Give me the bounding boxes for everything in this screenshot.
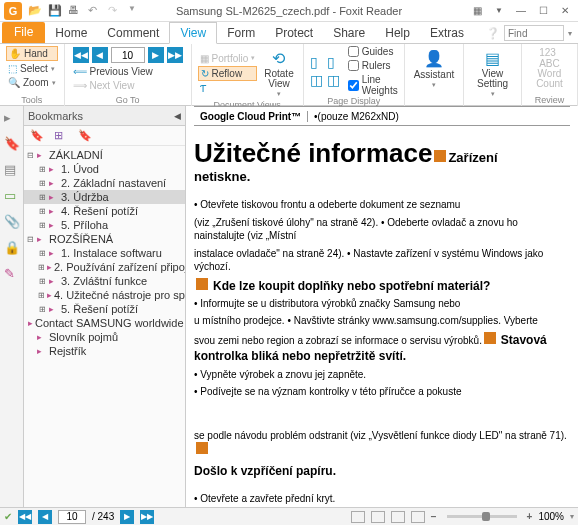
zoom-out-icon[interactable]: −	[431, 511, 437, 522]
rail-toggle-icon[interactable]: ▸	[4, 110, 20, 126]
zoom-dropdown-icon[interactable]: ▾	[570, 512, 574, 521]
rail-signature-icon[interactable]: ✎	[4, 266, 20, 282]
zoom-tool[interactable]: 🔍Zoom▾	[6, 76, 58, 89]
qat-open-icon[interactable]: 📂	[28, 4, 42, 18]
bookmark-item[interactable]: ▸Rejstřík	[24, 344, 185, 358]
tree-twisty-icon[interactable]: ⊞	[38, 291, 45, 300]
rail-bookmarks-icon[interactable]: 🔖	[4, 136, 20, 152]
qat-dropdown-icon[interactable]: ▼	[128, 4, 142, 18]
rail-comments-icon[interactable]: ▭	[4, 188, 20, 204]
prev-page-icon[interactable]: ◀	[92, 47, 108, 63]
tree-twisty-icon[interactable]: ⊞	[38, 165, 47, 174]
rail-attach-icon[interactable]: 📎	[4, 214, 20, 230]
view-mode-3-icon[interactable]	[391, 511, 405, 523]
tree-twisty-icon[interactable]: ⊞	[38, 179, 47, 188]
rail-pages-icon[interactable]: ▤	[4, 162, 20, 178]
bookmark-item[interactable]: ▸Slovník pojmů	[24, 330, 185, 344]
tab-protect[interactable]: Protect	[265, 23, 323, 43]
qat-save-icon[interactable]: 💾	[48, 4, 62, 18]
bookmark-item[interactable]: ⊞▸5. Příloha	[24, 218, 185, 232]
bookmark-item[interactable]: ⊞▸1. Úvod	[24, 162, 185, 176]
minimize-icon[interactable]: —	[512, 4, 530, 18]
tree-twisty-icon[interactable]: ⊞	[38, 221, 47, 230]
ribbon-opts-icon[interactable]: ▦	[468, 4, 486, 18]
tab-view[interactable]: View	[169, 22, 217, 44]
status-first-icon[interactable]: ◀◀	[18, 510, 32, 524]
rotate-view-btn[interactable]: ⟲Rotate View▾	[261, 46, 296, 100]
tree-twisty-icon[interactable]: ⊞	[38, 277, 47, 286]
status-trust-icon[interactable]: ✔	[4, 511, 12, 522]
close-icon[interactable]: ✕	[556, 4, 574, 18]
bookmark-item[interactable]: ⊞▸2. Základní nastavení	[24, 176, 185, 190]
reflow-btn[interactable]: ↻Reflow	[198, 66, 258, 81]
guides-check[interactable]: Guides	[348, 46, 398, 57]
tab-extras[interactable]: Extras	[420, 23, 474, 43]
zoom-in-icon[interactable]: +	[527, 511, 533, 522]
view-mode-2-icon[interactable]	[371, 511, 385, 523]
bookmark-item[interactable]: ⊟▸ROZŠÍŘENÁ	[24, 232, 185, 246]
portfolio-btn[interactable]: ▦Portfolio▾	[198, 52, 258, 65]
status-next-icon[interactable]: ▶	[120, 510, 134, 524]
bookmark-item[interactable]: ⊞▸4. Řešení potíží	[24, 204, 185, 218]
assistant-btn[interactable]: 👤Assistant▾	[411, 46, 458, 91]
qat-redo-icon[interactable]: ↷	[108, 4, 122, 18]
tab-form[interactable]: Form	[217, 23, 265, 43]
lineweights-check[interactable]: Line Weights	[348, 74, 398, 96]
find-input[interactable]	[504, 25, 564, 41]
bookmark-item[interactable]: ⊞▸3. Zvláštní funkce	[24, 274, 185, 288]
tab-file[interactable]: File	[2, 22, 45, 43]
bookmark-item[interactable]: ⊞▸3. Údržba	[24, 190, 185, 204]
bm-expand-icon[interactable]: ⊞	[54, 129, 68, 143]
bookmark-item[interactable]: ⊟▸ZÁKLADNÍ	[24, 148, 185, 162]
status-page-input[interactable]	[58, 510, 86, 524]
status-last-icon[interactable]: ▶▶	[140, 510, 154, 524]
word-count-btn[interactable]: 123ABCWord Count	[528, 46, 571, 91]
last-page-icon[interactable]: ▶▶	[167, 47, 183, 63]
tree-twisty-icon[interactable]: ⊞	[38, 193, 47, 202]
bookmark-item[interactable]: ⊞▸1. Instalace softwaru	[24, 246, 185, 260]
first-page-icon[interactable]: ◀◀	[73, 47, 89, 63]
tree-twisty-icon[interactable]: ⊞	[38, 263, 45, 272]
bm-locate-icon[interactable]: 🔖	[78, 129, 92, 143]
view-mode-4-icon[interactable]	[411, 511, 425, 523]
maximize-icon[interactable]: ☐	[534, 4, 552, 18]
tree-twisty-icon[interactable]: ⊟	[26, 151, 35, 160]
qat-print-icon[interactable]: 🖶	[68, 4, 82, 18]
tree-twisty-icon[interactable]: ⊟	[26, 235, 35, 244]
tab-help[interactable]: Help	[375, 23, 420, 43]
text-viewer-btn[interactable]: Ƭ	[198, 82, 258, 95]
page-layout-icon-4[interactable]: ◫	[327, 72, 340, 88]
page-layout-icon-2[interactable]: ◫	[310, 72, 323, 88]
zoom-slider[interactable]	[447, 515, 517, 518]
tab-share[interactable]: Share	[323, 23, 375, 43]
tree-twisty-icon[interactable]: ⊞	[38, 249, 47, 258]
page-layout-icon-3[interactable]: ▯	[327, 54, 340, 70]
bookmark-item[interactable]: ⊞▸2. Používání zařízení připojeného p	[24, 260, 185, 274]
page-layout-icon-1[interactable]: ▯	[310, 54, 323, 70]
qat-undo-icon[interactable]: ↶	[88, 4, 102, 18]
rulers-check[interactable]: Rulers	[348, 60, 398, 71]
bookmark-item[interactable]: ⊞▸4. Užitečné nástroje pro správu	[24, 288, 185, 302]
page-input[interactable]	[111, 47, 145, 63]
app-icon[interactable]: G	[4, 2, 22, 20]
next-page-icon[interactable]: ▶	[148, 47, 164, 63]
tab-home[interactable]: Home	[45, 23, 97, 43]
rail-security-icon[interactable]: 🔒	[4, 240, 20, 256]
view-mode-1-icon[interactable]	[351, 511, 365, 523]
ribbon-min-icon[interactable]: ▼	[490, 4, 508, 18]
view-setting-btn[interactable]: ▤View Setting▾	[470, 46, 515, 100]
find-dropdown-icon[interactable]: ▾	[568, 29, 572, 38]
help-icon[interactable]: ❔	[486, 27, 500, 40]
document-view[interactable]: Google Cloud Print™ •(pouze M262xND) Uži…	[186, 106, 578, 507]
select-tool[interactable]: ⬚Select▾	[6, 62, 58, 75]
status-prev-icon[interactable]: ◀	[38, 510, 52, 524]
bookmarks-tree[interactable]: ⊟▸ZÁKLADNÍ⊞▸1. Úvod⊞▸2. Základní nastave…	[24, 146, 185, 507]
bm-new-icon[interactable]: 🔖	[30, 129, 44, 143]
bookmark-item[interactable]: ▸Contact SAMSUNG worldwide	[24, 316, 185, 330]
hand-tool[interactable]: ✋Hand	[6, 46, 58, 61]
tree-twisty-icon[interactable]: ⊞	[38, 207, 47, 216]
tree-twisty-icon[interactable]: ⊞	[38, 305, 47, 314]
next-view[interactable]: ⟹Next View	[71, 79, 185, 92]
prev-view[interactable]: ⟸Previous View	[71, 65, 185, 78]
bookmark-item[interactable]: ⊞▸5. Řešení potíží	[24, 302, 185, 316]
